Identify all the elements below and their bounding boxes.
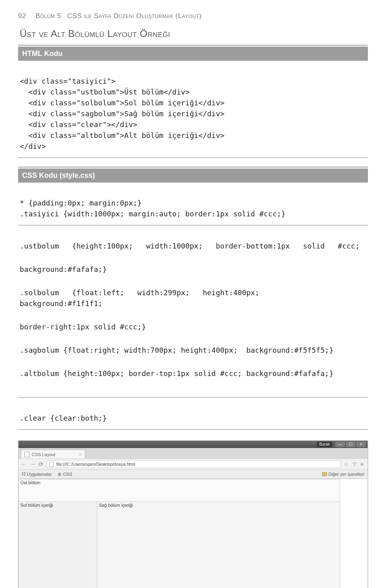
code-line: <div class="clear"></div> xyxy=(20,120,138,129)
code-line: .ustbolum {height:100px; width:1000px; b… xyxy=(20,241,366,251)
html-code-heading: HTML Kodu xyxy=(18,47,368,61)
running-header: 92 Bölüm 5 CSS ile Sayfa Düzeni Oluşturm… xyxy=(18,12,368,20)
bookmarks-item-css[interactable]: 🗎 CSS xyxy=(57,472,72,477)
url-text: file:///C:/Users/open/Desktop/dosya.html xyxy=(56,462,135,467)
page-icon xyxy=(49,462,54,467)
browser-window: Burak — ☐ × CSS Layout × ← → ⟳ file:///C… xyxy=(18,440,368,588)
bookmarks-apps[interactable]: Uygulamalar xyxy=(22,472,52,477)
nav-reload-icon[interactable]: ⟳ xyxy=(39,461,43,467)
code-line: </div> xyxy=(20,142,46,150)
code-line: <div class="sagbolum">Sağ bölüm içeriği<… xyxy=(20,109,224,118)
layout-demo: Üst bölüm Sol bölüm içeriği Sağ bölüm iç… xyxy=(18,479,340,588)
bookmark-star-icon[interactable] xyxy=(344,461,349,467)
css-code-block-1: * {padding:0px; margin:0px;} .tasiyici {… xyxy=(18,183,368,226)
chapter-label: Bölüm 5 xyxy=(35,12,61,20)
code-line: .sagbolum {float:right; width:700px; hei… xyxy=(20,345,366,356)
chapter-title: CSS ile Sayfa Düzeni Oluşturmak (Layout) xyxy=(67,12,201,20)
window-minimize-button[interactable]: — xyxy=(335,442,345,447)
tab-title: CSS Layout xyxy=(32,452,55,457)
html-code-block: <div class="tasiyici"> <div class="ustbo… xyxy=(18,61,368,158)
window-titlebar: Burak — ☐ × xyxy=(18,441,368,448)
css-code-block-2: .ustbolum {height:100px; width:1000px; b… xyxy=(18,226,368,398)
demo-sagbolum: Sağ bölüm içeriği xyxy=(97,502,340,588)
nav-back-icon[interactable]: ← xyxy=(21,461,27,467)
demo-ustbolum: Üst bölüm xyxy=(19,479,340,502)
page-number: 92 xyxy=(18,12,26,20)
tab-strip: CSS Layout × xyxy=(18,448,368,458)
address-bar: ← → ⟳ file:///C:/Users/open/Desktop/dosy… xyxy=(18,458,368,470)
url-input[interactable]: file:///C:/Users/open/Desktop/dosya.html xyxy=(47,460,341,468)
bookmarks-other[interactable]: Diğer yer işaretleri xyxy=(322,472,364,477)
code-line: .tasiyici {width:1000px; margin:auto; bo… xyxy=(20,210,285,218)
browser-tab[interactable]: CSS Layout × xyxy=(21,450,85,458)
code-line: <div class="solbolum">Sol bölüm içeriği<… xyxy=(20,99,224,107)
bookmarks-bar: Uygulamalar 🗎 CSS Diğer yer işaretleri xyxy=(18,470,368,479)
menu-icon[interactable] xyxy=(360,461,365,467)
browser-viewport: Üst bölüm Sol bölüm içeriği Sağ bölüm iç… xyxy=(18,479,368,588)
code-line: background:#fafafa;} xyxy=(20,264,366,275)
page-icon xyxy=(25,452,29,457)
code-line: <div class="ustbolum">Üst bölüm</div> xyxy=(20,88,190,96)
code-line: <div class="tasiyici"> xyxy=(20,77,115,85)
folder-icon xyxy=(322,472,327,476)
window-user-label: Burak xyxy=(317,442,332,447)
window-close-button[interactable]: × xyxy=(356,442,366,447)
css-code-heading: CSS Kodu (style.css) xyxy=(18,169,368,183)
code-line: .clear {clear:both;} xyxy=(20,414,107,422)
css-code-block-3: .clear {clear:both;} xyxy=(18,398,368,430)
demo-solbolum: Sol bölüm içeriği xyxy=(19,502,97,588)
apps-icon xyxy=(22,472,26,476)
window-maximize-button[interactable]: ☐ xyxy=(346,442,355,447)
code-line: * {padding:0px; margin:0px;} xyxy=(20,199,142,207)
nav-forward-icon[interactable]: → xyxy=(30,461,35,467)
section-title: Üst ve Alt Bölümlü Layout Örneği xyxy=(18,28,368,39)
toolbar-right-icons xyxy=(344,461,365,467)
code-line: border-right:1px solid #ccc;} xyxy=(20,321,366,332)
code-line: .solbolum {float:left; width:299px; heig… xyxy=(20,287,366,309)
code-line: .altbolum {height:100px; border-top:1px … xyxy=(20,368,366,379)
tab-close-icon[interactable]: × xyxy=(79,452,82,457)
shield-icon[interactable] xyxy=(353,461,356,467)
code-line: <div class="altbolum">Alt bölüm içeriği<… xyxy=(20,131,224,140)
